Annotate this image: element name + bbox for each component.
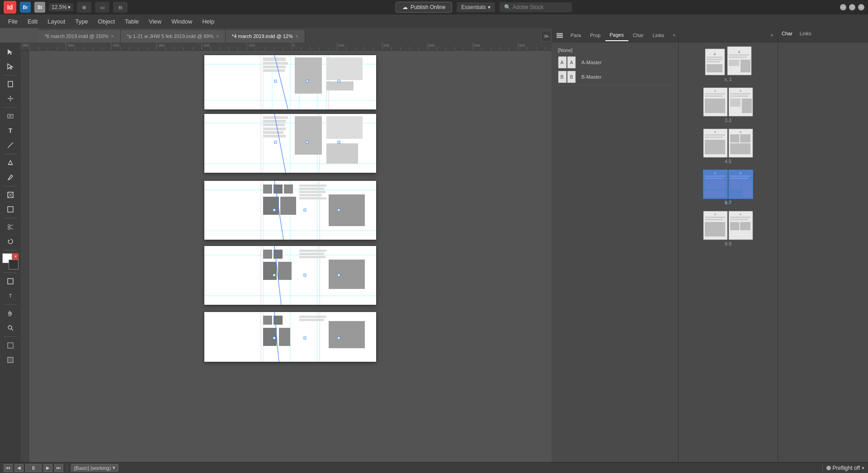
apply-button[interactable] (2, 339, 19, 352)
canvas[interactable] (29, 51, 552, 473)
page-tool[interactable] (2, 77, 19, 91)
pages-panel-collapse[interactable]: « (769, 32, 774, 38)
page-thumb-4[interactable]: A (703, 128, 728, 158)
preflight-arrow[interactable]: ▾ (862, 465, 864, 471)
far-tab-links[interactable]: Links (796, 28, 815, 42)
svg-rect-196 (338, 337, 340, 339)
last-page-button[interactable]: ⏭ (54, 464, 63, 472)
svg-rect-137 (274, 141, 277, 143)
gap-tool[interactable] (2, 92, 19, 105)
tab-6march-close[interactable]: × (111, 34, 114, 39)
arrange-icon[interactable]: ⊞ (77, 2, 91, 13)
menu-file[interactable]: File (4, 16, 22, 27)
menu-view[interactable]: View (144, 16, 166, 27)
normal-mode-btn[interactable] (2, 274, 19, 288)
far-tab-char[interactable]: Char (778, 28, 796, 42)
style-dropdown[interactable]: [Basic] (working) ▾ (71, 464, 118, 472)
next-page-button[interactable]: ▶ (43, 464, 52, 472)
tab-p121-close[interactable]: × (216, 34, 219, 39)
svg-rect-147 (263, 184, 272, 194)
menu-window[interactable]: Window (167, 16, 197, 27)
rotate-tool[interactable] (2, 235, 19, 248)
master-a-label[interactable]: A-Master (579, 58, 604, 66)
menu-edit[interactable]: Edit (23, 16, 42, 27)
zoom-tool[interactable] (2, 321, 19, 335)
content-collector[interactable] (2, 109, 19, 123)
svg-rect-186 (263, 316, 272, 325)
tab-4march[interactable]: *4 march 2019.indd @ 12% × (226, 30, 305, 43)
page-thumb-5[interactable]: A (728, 128, 753, 158)
close-button[interactable]: × (858, 4, 864, 10)
page-thumb-23: A A 2-3 (682, 87, 774, 123)
maximize-button[interactable]: □ (849, 4, 855, 10)
page-thumb-6[interactable]: B (703, 170, 728, 199)
zoom-control[interactable]: 12.5% ▾ (49, 3, 73, 11)
container-button[interactable] (2, 353, 19, 367)
current-page-input[interactable] (25, 464, 42, 472)
page-thumb-9[interactable]: A (728, 211, 753, 240)
page-thumb-1[interactable]: A (727, 46, 752, 76)
master-b-label[interactable]: B-Master (579, 73, 604, 81)
page-thumb-x[interactable]: A (705, 48, 725, 76)
tab-char[interactable]: Char (628, 30, 648, 41)
page-thumb-3[interactable]: A (728, 87, 753, 117)
first-page-button[interactable]: ⏮ (4, 464, 13, 472)
zoom-dropdown-arrow[interactable]: ▾ (68, 4, 71, 10)
tab-6march[interactable]: *6 march 2019.indd @ 150% × (38, 30, 121, 43)
svg-text:300: 300 (429, 43, 435, 47)
publish-online-button[interactable]: ☁ Publish Online (396, 2, 452, 13)
menu-layout[interactable]: Layout (43, 16, 70, 27)
pencil-tool[interactable] (2, 170, 19, 184)
tab-p121[interactable]: *p 1-21 w JHW 5 feb 2019.indd @ 69% × (121, 30, 226, 43)
svg-rect-255 (730, 181, 741, 189)
rectangle-frame-tool[interactable] (2, 188, 19, 202)
bridge-icon[interactable]: Br (20, 2, 31, 13)
minimize-button[interactable]: — (840, 4, 846, 10)
menu-help[interactable]: Help (198, 16, 219, 27)
direct-selection-tool[interactable] (2, 60, 19, 73)
menu-type[interactable]: Type (71, 16, 92, 27)
menu-object[interactable]: Object (94, 16, 120, 27)
panel-collapse-arrow[interactable]: » (672, 32, 676, 38)
svg-rect-266 (740, 222, 750, 230)
layers-icon[interactable] (553, 29, 566, 42)
view-options-icon[interactable]: ⊟ (113, 2, 127, 13)
tab-properties[interactable]: Prop (585, 30, 605, 41)
svg-rect-14 (8, 207, 13, 212)
tab-pages[interactable]: Pages (605, 29, 628, 41)
publish-icon: ☁ (402, 4, 408, 10)
selection-tool[interactable] (2, 45, 19, 59)
color-swatch[interactable]: ✕ (2, 253, 19, 270)
page-thumb-7[interactable]: B (728, 170, 753, 199)
spread-2 (204, 114, 376, 173)
toolbar-separator-6 (4, 250, 17, 251)
prev-page-button[interactable]: ◀ (14, 464, 24, 472)
master-none[interactable]: [None] (555, 46, 675, 54)
none-swatch[interactable]: ✕ (12, 253, 19, 260)
essentials-button[interactable]: Essentials ▾ (457, 2, 495, 12)
tab-4march-close[interactable]: × (296, 34, 298, 39)
page-thumbnails: A A x, 1 (679, 43, 778, 250)
page-thumb-2[interactable]: A (703, 87, 728, 117)
tab-paragraph[interactable]: Para (566, 30, 585, 41)
search-box[interactable]: 🔍 Adobe Stock (500, 2, 572, 12)
type-tool[interactable]: T (2, 124, 19, 137)
rectangle-tool[interactable] (2, 203, 19, 216)
line-tool[interactable] (2, 138, 19, 152)
tab-links[interactable]: Links (648, 30, 669, 41)
menu-table[interactable]: Table (120, 16, 143, 27)
hand-tool[interactable] (2, 307, 19, 320)
stock-icon[interactable]: St (34, 2, 45, 13)
screen-mode-icon[interactable]: ▭ (95, 2, 109, 13)
pen-tool[interactable] (2, 156, 19, 170)
svg-text:400: 400 (474, 43, 480, 47)
svg-text:A: A (740, 131, 741, 133)
background-color[interactable] (9, 260, 19, 270)
frame-mode-btn[interactable]: T (2, 289, 19, 303)
panel-expand-button[interactable]: ≫ (541, 31, 551, 42)
scissors-tool[interactable] (2, 220, 19, 234)
page-thumb-8[interactable]: A (703, 211, 728, 240)
svg-rect-210 (707, 57, 722, 58)
titlebar: Id Br St 12.5% ▾ ⊞ ▭ ⊟ ☁ Publish Online … (0, 0, 868, 14)
svg-rect-252 (730, 175, 750, 177)
